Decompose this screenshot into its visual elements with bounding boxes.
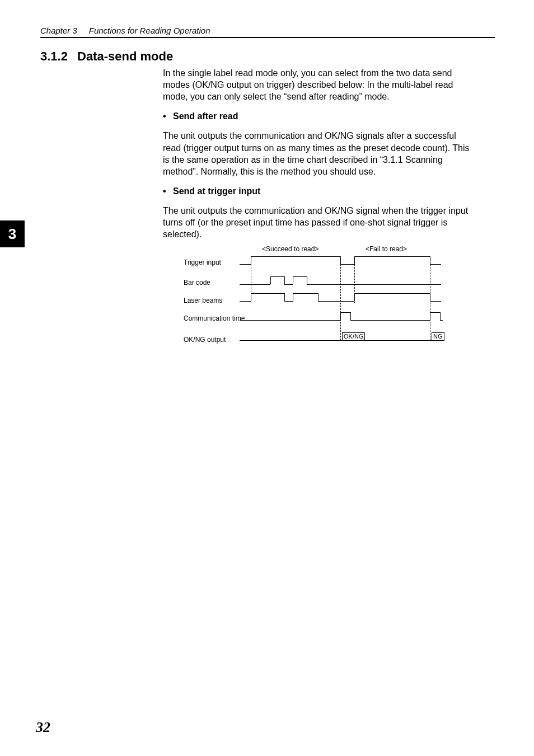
chapter-title: Functions for Reading Operation [89, 26, 210, 35]
chapter-tab: 3 [0, 220, 25, 247]
bullet-1-title: •Send after read [163, 110, 476, 122]
bullet-1-body: The unit outputs the communication and O… [163, 130, 476, 177]
body-text: In the single label read mode only, you … [163, 67, 476, 248]
page-number: 32 [36, 719, 50, 736]
signal-comm-label: Communication time [184, 314, 245, 322]
signal-barcode-label: Bar code [184, 279, 210, 287]
signal-laser-label: Laser beams [184, 297, 222, 304]
chapter-label: Chapter 3 [40, 26, 77, 35]
signal-trigger-label: Trigger input [184, 259, 221, 266]
section-title: Data-send mode [77, 49, 173, 64]
col-fail-label: <Fail to read> [366, 245, 407, 253]
running-header: Chapter 3 Functions for Reading Operatio… [40, 26, 210, 35]
intro-paragraph: In the single label read mode only, you … [163, 67, 476, 102]
timing-diagram: <Succeed to read> <Fail to read> Trigger… [186, 245, 455, 357]
okng-box-succeed: OK/NG [342, 332, 365, 341]
okng-box-fail: NG [432, 332, 444, 341]
signal-okng-label: OK/NG output [184, 336, 226, 344]
bullet-2-body: The unit outputs the communication and O… [163, 205, 476, 240]
header-rule [40, 37, 495, 38]
section-number: 3.1.2 [40, 49, 68, 64]
bullet-2-title: •Send at trigger input [163, 185, 476, 197]
col-succeed-label: <Succeed to read> [262, 245, 318, 253]
